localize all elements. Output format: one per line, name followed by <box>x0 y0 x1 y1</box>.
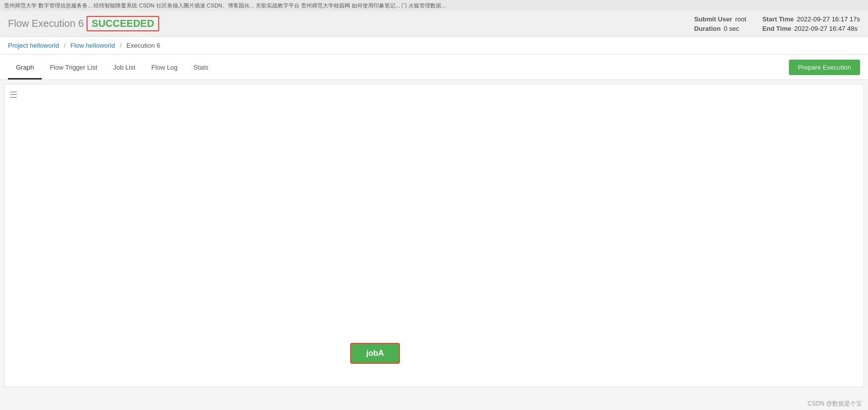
submit-user-row: Submit User root <box>694 15 746 23</box>
breadcrumb-project-link[interactable]: Project helloworld <box>8 42 61 49</box>
graph-toolbar: ☰ <box>9 89 17 100</box>
submit-user-label: Submit User <box>694 15 732 23</box>
duration-value: 0 sec <box>724 25 739 32</box>
tab-flow-log[interactable]: Flow Log <box>143 57 186 80</box>
browser-bar: 贵州师范大学 数字管理信息服务务... 经纬智能障量系统 CSDN 社区鱼猫入圈… <box>0 0 868 11</box>
job-node-joba[interactable]: jobA <box>350 343 400 364</box>
breadcrumb-flow-link[interactable]: Flow helloworld <box>71 42 117 49</box>
breadcrumb-project-name: helloworld <box>30 42 59 49</box>
prepare-execution-button[interactable]: Prepare Execution <box>789 60 860 75</box>
browser-bar-text: 贵州师范大学 数字管理信息服务务... 经纬智能障量系统 CSDN 社区鱼猫入圈… <box>4 2 446 9</box>
breadcrumb-flow-label: Flow <box>71 42 84 49</box>
breadcrumb-sep-1: / <box>64 42 66 49</box>
duration-row: Duration 0 sec <box>694 25 746 32</box>
tab-graph[interactable]: Graph <box>8 57 42 80</box>
end-time-value: 2022-09-27 16:47 48s <box>794 25 858 32</box>
submit-user-value: root <box>735 15 746 23</box>
breadcrumb: Project helloworld / Flow helloworld / E… <box>0 37 868 55</box>
hamburger-icon[interactable]: ☰ <box>9 90 17 100</box>
start-time-label: Start Time <box>762 15 793 23</box>
execution-title-text: Flow Execution 6 <box>8 18 84 29</box>
breadcrumb-execution: Execution 6 <box>126 42 160 49</box>
tab-stats[interactable]: Stats <box>186 57 216 80</box>
tab-flow-trigger-list[interactable]: Flow Trigger List <box>42 57 105 80</box>
submit-user-group: Submit User root Duration 0 sec <box>694 15 746 32</box>
tab-job-list[interactable]: Job List <box>105 57 144 80</box>
start-time-value: 2022-09-27 16:17 17s <box>797 15 860 23</box>
job-node-label[interactable]: jobA <box>350 343 400 364</box>
breadcrumb-sep-2: / <box>120 42 122 49</box>
end-time-row: End Time 2022-09-27 16:47 48s <box>762 25 860 32</box>
graph-area: ☰ jobA <box>4 84 864 387</box>
execution-status-badge: SUCCEEDED <box>87 16 159 31</box>
page-header: Flow Execution 6 SUCCEEDED Submit User r… <box>0 11 868 37</box>
start-time-row: Start Time 2022-09-27 16:17 17s <box>762 15 860 23</box>
breadcrumb-project-label: Project <box>8 42 28 49</box>
duration-label: Duration <box>694 25 720 32</box>
header-meta: Submit User root Duration 0 sec Start Ti… <box>694 15 860 32</box>
end-time-label: End Time <box>762 25 791 32</box>
tabs-list: Graph Flow Trigger List Job List Flow Lo… <box>8 55 216 80</box>
time-group: Start Time 2022-09-27 16:17 17s End Time… <box>762 15 860 32</box>
breadcrumb-flow-value: helloworld <box>86 42 115 49</box>
tabs-container: Graph Flow Trigger List Job List Flow Lo… <box>0 55 868 80</box>
execution-title: Flow Execution 6 SUCCEEDED <box>8 16 159 31</box>
